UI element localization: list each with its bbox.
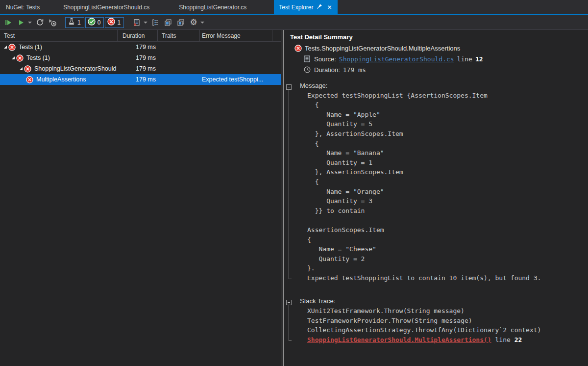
passed-check-icon <box>88 18 96 27</box>
stack-frame-link-line: ShoppingListGeneratorShould.MultipleAsse… <box>307 335 588 345</box>
stack-frame: TestFrameworkProvider.Throw(String messa… <box>307 316 588 326</box>
passed-tests-count: 0 <box>98 19 101 26</box>
failed-tests-count: 1 <box>117 19 121 26</box>
pin-icon[interactable] <box>317 3 322 11</box>
stack-frame: CollectingAssertionStrategy.ThrowIfAny(I… <box>307 325 588 335</box>
run-dropdown-caret-icon[interactable] <box>28 22 32 24</box>
failed-x-icon <box>294 45 302 52</box>
cascade-windows-icon[interactable] <box>162 17 174 28</box>
source-file-link[interactable]: ShoppingListGeneratorShould.cs <box>339 55 454 63</box>
expander-icon[interactable] <box>2 45 8 49</box>
test-class-label: ShoppingListGeneratorShould <box>34 65 116 72</box>
message-bracket-line <box>289 89 292 279</box>
test-explorer-window: NuGet: Tests ShoppingListGeneratorShould… <box>0 0 588 366</box>
duration-cell: 179 ms <box>118 65 158 72</box>
column-header-test[interactable]: Test <box>0 30 118 41</box>
close-icon[interactable]: ✕ <box>326 4 333 11</box>
run-all-tests-button[interactable] <box>2 17 14 28</box>
failed-x-icon <box>26 76 33 83</box>
flask-icon <box>68 18 75 27</box>
source-line-label: line <box>457 55 472 63</box>
test-tree: Tests (1) 179 ms Tests (1) <box>0 42 281 366</box>
tab-label: NuGet: Tests <box>6 4 40 11</box>
column-header-error-message[interactable]: Error Message <box>200 30 272 41</box>
table-row[interactable]: Tests (1) 179 ms <box>0 52 281 63</box>
passed-tests-filter-button[interactable]: 0 <box>85 17 104 28</box>
stack-frame-link[interactable]: ShoppingListGeneratorShould.MultipleAsse… <box>307 336 491 343</box>
settings-dropdown-caret-icon[interactable] <box>200 22 204 24</box>
duration-label: Duration: <box>314 66 340 74</box>
collapse-stack-trace-icon[interactable] <box>286 298 292 304</box>
tab-label: Test Explorer <box>279 4 313 11</box>
tab-shoppinglistgenerator-cs[interactable]: ShoppingListGenerator.cs <box>173 0 252 14</box>
failed-x-icon <box>16 54 24 62</box>
test-list-panel: Test Duration Traits Error Message Tes <box>0 30 281 366</box>
source-line-number: 12 <box>475 55 483 63</box>
stack-line-number: 22 <box>514 336 522 343</box>
test-group-label: Tests (1) <box>19 44 42 51</box>
table-row[interactable]: ShoppingListGeneratorShould 179 ms <box>0 63 281 74</box>
test-list-header: Test Duration Traits Error Message <box>0 30 281 42</box>
tab-label: ShoppingListGeneratorShould.cs <box>63 4 149 11</box>
failed-x-icon <box>107 18 115 27</box>
duration-row: Duration: 179 ms <box>304 66 588 74</box>
total-tests-count: 1 <box>77 19 81 26</box>
duration-cell: 179 ms <box>118 54 158 61</box>
message-label: Message: <box>300 81 588 91</box>
test-group-label: Tests (1) <box>26 54 50 61</box>
test-full-name: Tests.ShoppingListGeneratorShould.Multip… <box>305 45 460 52</box>
tab-nuget-tests[interactable]: NuGet: Tests <box>0 0 46 14</box>
clock-icon <box>304 66 311 74</box>
total-tests-filter-button[interactable]: 1 <box>65 17 84 28</box>
error-message-cell: Expected testShoppi... <box>200 76 272 83</box>
run-tests-button[interactable] <box>15 17 27 28</box>
source-row: Source: ShoppingListGeneratorShould.cs l… <box>304 55 588 63</box>
playlist-dropdown-caret-icon[interactable] <box>144 22 147 24</box>
duration-value: 179 ms <box>343 66 366 74</box>
failed-x-icon <box>8 44 16 51</box>
failed-test-name-row: Tests.ShoppingListGeneratorShould.Multip… <box>294 45 588 52</box>
document-tab-bar: NuGet: Tests ShoppingListGeneratorShould… <box>0 0 588 14</box>
table-row[interactable]: Tests (1) 179 ms <box>0 42 281 52</box>
test-method-label: MultipleAssertions <box>36 76 86 83</box>
stack-trace-section: Stack Trace: XUnit2TestFramework.Throw(S… <box>284 296 588 344</box>
cancel-run-button[interactable] <box>47 17 58 28</box>
assertion-message-text: Expected testShoppingList {AssertionScop… <box>307 91 588 283</box>
source-label: Source: <box>314 55 336 63</box>
expander-icon[interactable] <box>18 67 24 71</box>
column-header-filler <box>272 30 281 41</box>
failed-x-icon <box>24 65 31 73</box>
stack-trace-label: Stack Trace: <box>300 296 588 306</box>
duration-cell: 179 ms <box>118 44 158 51</box>
stack-line-label: line <box>495 336 511 343</box>
tab-shoppinglistgeneratorshould-cs[interactable]: ShoppingListGeneratorShould.cs <box>57 0 155 14</box>
message-section: Message: Expected testShoppingList {Asse… <box>284 81 588 283</box>
collapse-message-icon[interactable] <box>286 83 292 88</box>
document-icon <box>304 55 311 63</box>
group-by-button[interactable] <box>149 17 161 28</box>
settings-gear-icon[interactable]: ⚙ <box>188 17 199 28</box>
stack-trace-bracket-line <box>289 305 292 341</box>
stack-frame: XUnit2TestFramework.Throw(String message… <box>307 306 588 316</box>
cascade-windows-2-icon[interactable] <box>175 17 187 28</box>
expander-icon[interactable] <box>10 56 16 60</box>
page-title: Test Detail Summary <box>290 33 588 41</box>
column-header-duration[interactable]: Duration <box>118 30 158 41</box>
test-toolbar: 1 0 1 ⚙ <box>0 15 588 30</box>
tab-label: ShoppingListGenerator.cs <box>179 4 246 11</box>
failed-tests-filter-button[interactable]: 1 <box>105 17 124 28</box>
tab-test-explorer[interactable]: Test Explorer ✕ <box>274 0 338 14</box>
repeat-last-run-button[interactable] <box>34 17 46 28</box>
table-row-selected[interactable]: MultipleAssertions 179 ms Expected testS… <box>0 74 281 85</box>
column-header-traits[interactable]: Traits <box>158 30 200 41</box>
playlist-button[interactable] <box>131 17 143 28</box>
test-detail-panel: Test Detail Summary Tests.ShoppingListGe… <box>284 30 588 366</box>
main-split: Test Duration Traits Error Message Tes <box>0 30 588 366</box>
duration-cell: 179 ms <box>118 76 158 83</box>
